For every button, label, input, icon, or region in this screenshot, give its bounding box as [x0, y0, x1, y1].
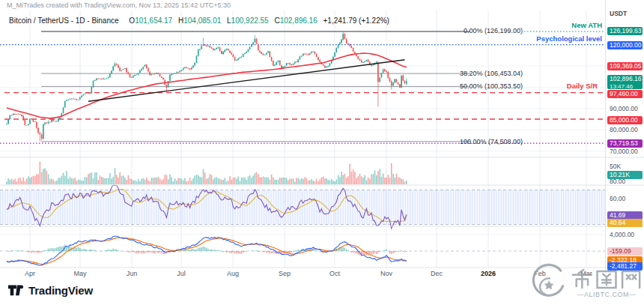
tradingview-chart-window: M_MiTrades created with TradingView.com,… — [0, 0, 644, 308]
current-price-badge: 102,896.1613:47:46 — [607, 75, 643, 89]
axis-label: 4,000.00 — [610, 231, 634, 238]
axis-label: 90,000.00 — [610, 105, 638, 112]
close-value: 102,896.16 — [280, 16, 318, 25]
badge-value: 10.21K — [610, 171, 630, 178]
open-value: 101,654.17 — [135, 16, 172, 25]
fib-label-50[interactable]: 50.00% (100,353.50) — [460, 82, 523, 90]
axis-label: 70,000.00 — [610, 148, 638, 155]
high-value: 104,085.01 — [183, 16, 221, 25]
badge-value: 97,460.00 — [610, 90, 638, 97]
symbol-title: Bitcoin / TetherUS - 1D - Binance — [9, 16, 119, 25]
badge-value: 41.69 — [610, 211, 625, 219]
badge-value: 109,369.05 — [610, 62, 642, 70]
tradingview-logo-text: TradingView — [28, 284, 93, 297]
price-badge: 109,369.05 — [607, 62, 643, 70]
price-badge: 97,460.00 — [607, 90, 643, 98]
site-watermark: —ALIBTC.COM— — [530, 262, 643, 303]
symbol-ohlc-bar[interactable]: Bitcoin / TetherUS - 1D - Binance O101,6… — [9, 16, 389, 25]
tradingview-logo[interactable]: TradingView — [7, 283, 93, 297]
badge-value: 85,000.00 — [610, 116, 638, 124]
axis-currency-label: USDT — [610, 10, 627, 17]
price-badge: 40.64 — [607, 219, 643, 227]
price-badge: -159.09 — [607, 247, 643, 256]
tradingview-logo-icon — [7, 283, 24, 297]
creation-watermark: M_MiTrades created with TradingView.com,… — [7, 1, 231, 9]
badge-value: 126,199.63 — [610, 27, 642, 34]
badge-value: 102,896.16 — [610, 75, 642, 82]
site-name-glyphs — [571, 268, 643, 291]
badge-value: 120,000.00 — [610, 41, 642, 49]
time-axis-label: Jul — [177, 270, 186, 277]
time-axis[interactable]: AprMayJunJulAugSepOctNovDec2026FebMar — [0, 268, 605, 279]
axis-label: 50K — [610, 163, 621, 170]
time-axis-label: Sep — [279, 270, 291, 277]
low-value: 100,922.55 — [231, 16, 269, 25]
price-badge: 126,199.63 — [607, 27, 643, 35]
time-axis-label: Apr — [25, 270, 35, 277]
time-axis-label: Aug — [227, 270, 239, 277]
change-value: +1,241.79 (+1.22%) — [323, 16, 389, 25]
daily-sr-label[interactable]: Daily S/R — [567, 82, 598, 90]
badge-value: -159.09 — [610, 247, 631, 255]
site-url: —ALIBTC.COM— — [577, 291, 636, 298]
time-axis-label: Nov — [380, 270, 392, 277]
new-ath-label[interactable]: New ATH — [571, 21, 602, 29]
psychological-label[interactable]: Psychological level — [536, 34, 602, 43]
time-axis-label: May — [73, 270, 86, 277]
time-axis-label: Dec — [431, 270, 443, 277]
fib-label-382[interactable]: 38.20% (106,453.04) — [460, 70, 523, 77]
fib-label-100[interactable]: 100.00% (74,508.00) — [460, 138, 523, 145]
price-badge: 85,000.00 — [607, 116, 643, 124]
close-label: C — [274, 16, 279, 25]
price-badge: 120,000.00 — [607, 41, 643, 49]
fib-label-0[interactable]: 0.00% (126,199.00) — [464, 27, 523, 34]
price-badge: 10.21K — [607, 171, 643, 179]
axis-label: 60.00 — [610, 195, 625, 202]
axis-label: 80,000.00 — [610, 126, 638, 133]
time-axis-label: Jun — [127, 270, 138, 277]
badge-value: 73,719.53 — [610, 139, 638, 147]
coin-swirl-icon — [530, 262, 569, 303]
time-axis-label: 2026 — [481, 270, 496, 277]
open-label: O — [129, 16, 135, 25]
axis-label: 80.00 — [610, 178, 625, 185]
badge-value: 40.64 — [610, 219, 625, 226]
price-badge: 73,719.53 — [607, 139, 643, 148]
time-axis-label: Oct — [329, 270, 340, 277]
price-axis[interactable]: USDT 90,000.0080,000.0070,000.0050K80.00… — [605, 0, 644, 271]
